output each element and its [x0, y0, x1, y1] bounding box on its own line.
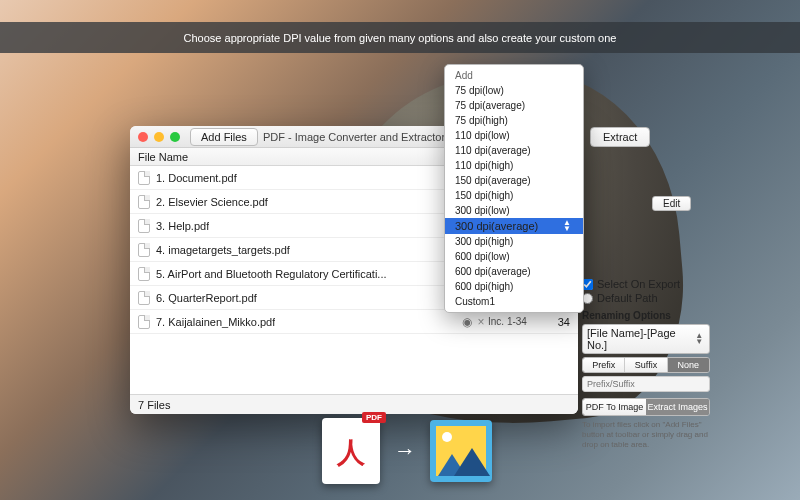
traffic-lights [138, 132, 180, 142]
dpi-selected-label: 300 dpi(average) [455, 220, 538, 232]
import-hint: To import files click on "Add Files" but… [582, 420, 710, 450]
page-filter: Inc. 1-34 [488, 316, 540, 327]
dpi-option[interactable]: 600 dpi(high) [445, 279, 583, 294]
image-icon [430, 420, 492, 482]
tab-extract-images[interactable]: Extract Images [646, 399, 709, 415]
edit-button[interactable]: Edit [652, 196, 691, 211]
dpi-option[interactable]: 110 dpi(high) [445, 158, 583, 173]
renaming-pattern-value: [File Name]-[Page No.] [587, 327, 695, 351]
tab-pdf-to-image[interactable]: PDF To Image [583, 399, 646, 415]
file-name: 1. Document.pdf [156, 172, 237, 184]
dpi-option[interactable]: 300 dpi(low) [445, 203, 583, 218]
dropdown-header: Add [445, 68, 583, 83]
renaming-title: Renaming Options [582, 310, 710, 321]
file-name: 6. QuarterReport.pdf [156, 292, 257, 304]
select-on-export-label: Select On Export [597, 278, 680, 290]
maximize-button[interactable] [170, 132, 180, 142]
file-name: 3. Help.pdf [156, 220, 209, 232]
minimize-button[interactable] [154, 132, 164, 142]
extract-button[interactable]: Extract [590, 127, 650, 147]
table-row[interactable]: 7. Kaijalainen_Mikko.pdf◉×Inc. 1-3434 [130, 310, 578, 334]
file-icon [138, 291, 150, 305]
dpi-option[interactable]: 600 dpi(low) [445, 249, 583, 264]
dpi-option-selected[interactable]: 300 dpi(average)▲▼ [445, 218, 583, 234]
adobe-glyph-icon: 人 [337, 434, 365, 472]
preview-icon[interactable]: ◉ [460, 315, 474, 329]
file-icon [138, 171, 150, 185]
default-path-label: Default Path [597, 292, 658, 304]
file-name: 5. AirPort and Bluetooth Regulatory Cert… [156, 268, 387, 280]
dpi-option[interactable]: 110 dpi(low) [445, 128, 583, 143]
file-icon [138, 315, 150, 329]
sun-icon [442, 432, 452, 442]
mountain-icon [454, 448, 490, 476]
dpi-dropdown[interactable]: Add75 dpi(low)75 dpi(average)75 dpi(high… [444, 64, 584, 313]
dpi-option[interactable]: 150 dpi(high) [445, 188, 583, 203]
add-files-button[interactable]: Add Files [190, 128, 258, 146]
pdf-icon: PDF 人 [322, 418, 380, 484]
dpi-option[interactable]: 75 dpi(low) [445, 83, 583, 98]
file-icon [138, 243, 150, 257]
remove-icon[interactable]: × [474, 315, 488, 329]
pdf-badge: PDF [362, 412, 386, 423]
seg-prefix[interactable]: Prefix [583, 358, 625, 372]
file-name: 2. Elsevier Science.pdf [156, 196, 268, 208]
file-count: 7 Files [138, 399, 170, 411]
dpi-option[interactable]: 110 dpi(average) [445, 143, 583, 158]
renaming-section: Renaming Options [File Name]-[Page No.] … [582, 310, 710, 450]
dpi-option[interactable]: 600 dpi(average) [445, 264, 583, 279]
promo-text: Choose appropriate DPI value from given … [184, 32, 617, 44]
status-bar: 7 Files [130, 394, 578, 414]
file-name: 7. Kaijalainen_Mikko.pdf [156, 316, 275, 328]
seg-suffix[interactable]: Suffix [625, 358, 667, 372]
stepper-icon: ▲▼ [695, 333, 705, 345]
dpi-option[interactable]: 300 dpi(high) [445, 234, 583, 249]
close-button[interactable] [138, 132, 148, 142]
prefix-suffix-input[interactable] [582, 376, 710, 392]
export-options: Select On Export Default Path Renaming O… [582, 276, 710, 450]
renaming-pattern-select[interactable]: [File Name]-[Page No.] ▲▼ [582, 324, 710, 354]
prefix-suffix-segment[interactable]: Prefix Suffix None [582, 357, 710, 373]
col-filename[interactable]: File Name [138, 151, 476, 163]
default-path-radio[interactable]: Default Path [582, 292, 710, 304]
arrow-right-icon: → [394, 438, 416, 464]
seg-none[interactable]: None [668, 358, 709, 372]
conversion-illustration: PDF 人 → [322, 418, 492, 484]
dpi-option[interactable]: 150 dpi(average) [445, 173, 583, 188]
promo-banner: Choose appropriate DPI value from given … [0, 22, 800, 53]
file-name: 4. imagetargets_targets.pdf [156, 244, 290, 256]
page-count: 34 [540, 316, 570, 328]
file-icon [138, 267, 150, 281]
select-on-export-checkbox[interactable]: Select On Export [582, 278, 710, 290]
dpi-option[interactable]: 75 dpi(average) [445, 98, 583, 113]
file-icon [138, 219, 150, 233]
dpi-option[interactable]: 75 dpi(high) [445, 113, 583, 128]
file-icon [138, 195, 150, 209]
dpi-option[interactable]: Custom1 [445, 294, 583, 309]
mode-tabs[interactable]: PDF To Image Extract Images [582, 398, 710, 416]
stepper-icon: ▲▼ [563, 220, 571, 232]
